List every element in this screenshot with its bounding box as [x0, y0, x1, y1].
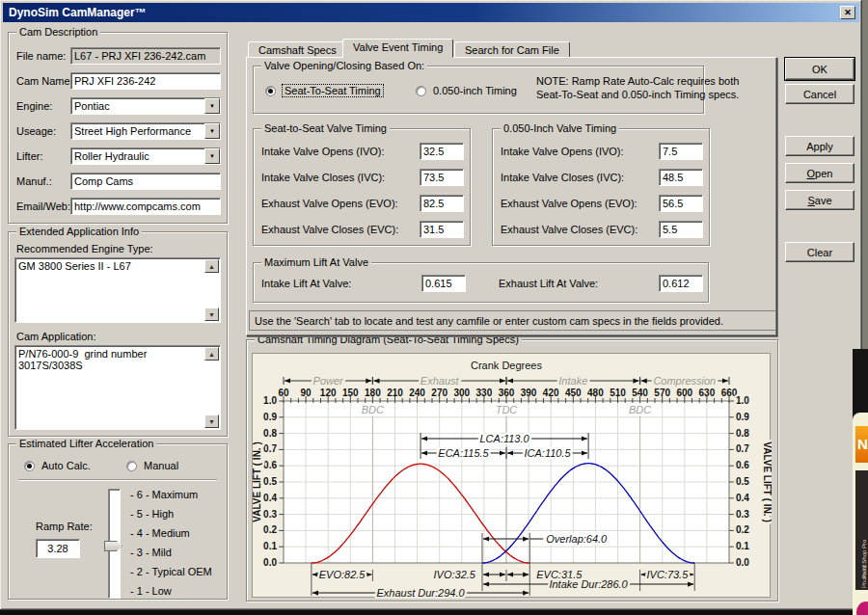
inch-timing-radio[interactable] [416, 86, 426, 96]
svg-text:LCA:113.0: LCA:113.0 [479, 433, 529, 444]
file-name-label: File name: [16, 50, 66, 62]
chevron-down-icon[interactable]: ▼ [204, 123, 220, 139]
row-label: Exhaust Valve Closes (EVC): [261, 224, 398, 235]
svg-text:0.9: 0.9 [736, 412, 749, 422]
row-label: Exhaust Valve Opens (EVO): [501, 198, 637, 209]
svg-text:EVO:82.5: EVO:82.5 [319, 569, 366, 580]
svg-text:0.5: 0.5 [263, 476, 277, 487]
scroll-up-icon[interactable]: ▲ [204, 259, 219, 273]
chevron-down-icon[interactable]: ▼ [204, 148, 220, 164]
manuf-field[interactable] [70, 173, 221, 190]
ok-button[interactable]: OK [785, 58, 854, 80]
intake-lift-label: Intake Lift At Valve: [261, 278, 351, 289]
cam-application-textarea[interactable]: P/N76-000-9 grind number 3017S/3038S ▲ ▼ [14, 345, 221, 430]
timing-chart: Crank DegreesPowerExhaustIntakeCompressi… [253, 354, 772, 599]
valve-basis-group: Valve Opening/Closing Based On: Seat-To-… [253, 66, 704, 114]
ramp-rate-value: 3.28 [36, 539, 80, 558]
tab-valve-event-timing[interactable]: Valve Event Timing [342, 39, 453, 58]
scroll-down-icon[interactable]: ▼ [204, 414, 219, 428]
lifter-accel-group: Estimated Lifter Acceleration Auto Calc.… [8, 443, 228, 600]
inch-ivo-input[interactable] [659, 143, 703, 160]
seat-ivc-input[interactable] [420, 169, 464, 186]
seat-timing-group: Seat-to-Seat Valve Timing Intake Valve O… [253, 128, 471, 246]
svg-text:0.1: 0.1 [736, 541, 749, 551]
chevron-down-icon[interactable]: ▼ [204, 98, 220, 114]
inch-ivc-input[interactable] [659, 169, 703, 186]
svg-text:VALVE LIFT ( IN. ): VALVE LIFT ( IN. ) [253, 441, 262, 522]
seat-evo-input[interactable] [420, 195, 464, 212]
svg-text:ICA:110.5: ICA:110.5 [524, 447, 571, 459]
row-label: Intake Valve Opens (IVO): [261, 146, 385, 157]
svg-text:Exhaust: Exhaust [420, 375, 460, 387]
useage-combo[interactable]: Street High Performance ▼ [70, 122, 221, 140]
svg-text:0.1: 0.1 [263, 541, 277, 551]
svg-text:VALVE LIFT ( IN. ): VALVE LIFT ( IN. ) [762, 441, 772, 522]
svg-text:0.7: 0.7 [263, 443, 277, 454]
auto-calc-radio[interactable] [24, 461, 35, 471]
manuf-label: Manuf.: [16, 175, 52, 187]
desktop-background-strip [862, 0, 868, 352]
save-button[interactable]: Save [785, 190, 854, 210]
search-hint-bar: Use the 'Search' tab to locate and test … [249, 310, 776, 331]
engine-value: Pontiac [74, 100, 110, 112]
tab-camshaft-specs[interactable]: Camshaft Specs [248, 41, 347, 58]
manual-label: Manual [144, 460, 178, 471]
manual-radio[interactable] [126, 461, 137, 471]
row-label: Intake Valve Closes (IVC): [261, 172, 385, 183]
background-banner: N [855, 426, 868, 463]
max-lift-group: Maximum Lift At Valve Intake Lift At Val… [253, 262, 709, 303]
cam-name-field[interactable] [70, 72, 221, 90]
engine-combo[interactable]: Pontiac ▼ [70, 97, 221, 115]
exhaust-lift-label: Exhaust Lift At Valve: [499, 278, 598, 289]
inch-evc-input[interactable] [659, 221, 703, 238]
ramp-rate-label: Ramp Rate: [36, 521, 93, 532]
extended-info-group: Extended Application Info Recommended En… [8, 231, 228, 437]
seat-to-seat-label[interactable]: Seat-To-Seat Timing [283, 85, 383, 96]
scroll-down-icon[interactable]: ▼ [204, 308, 219, 321]
group-title: Extended Application Info [16, 226, 142, 237]
scale-label-1: - 1 - Low [130, 585, 172, 597]
row-label: Intake Valve Opens (IVO): [501, 146, 624, 157]
tab-search-for-cam-file[interactable]: Search for Cam File [454, 41, 570, 58]
useage-value: Street High Performance [74, 125, 191, 137]
svg-text:TDC: TDC [496, 404, 518, 415]
svg-text:1.0: 1.0 [736, 395, 749, 406]
email-web-label: Email/Web: [16, 201, 70, 212]
close-button[interactable]: ✕ [840, 6, 855, 19]
screen: DynoSim CamManager™ ✕ Cam Description Fi… [0, 0, 868, 615]
svg-text:Overlap:64.0: Overlap:64.0 [546, 533, 608, 545]
separator [18, 479, 217, 481]
scroll-up-icon[interactable]: ▲ [204, 347, 219, 361]
open-button[interactable]: Open [785, 163, 854, 183]
row-label: Exhaust Valve Closes (EVC): [501, 224, 637, 235]
svg-text:0.5: 0.5 [736, 476, 749, 487]
svg-text:0.3: 0.3 [736, 509, 749, 520]
title-bar[interactable]: DynoSim CamManager™ ✕ [3, 3, 859, 22]
seat-ivo-input[interactable] [420, 143, 464, 160]
group-title: 0.050-Inch Valve Timing [501, 122, 619, 134]
apply-button[interactable]: Apply [785, 136, 854, 156]
svg-text:BDC: BDC [629, 404, 651, 415]
scale-label-6: - 6 - Maximum [130, 489, 198, 500]
row-label: Exhaust Valve Opens (EVO): [261, 198, 398, 209]
useage-label: Useage: [16, 125, 56, 137]
svg-text:Power: Power [313, 375, 345, 387]
svg-text:Compression: Compression [653, 375, 716, 387]
seat-evc-input[interactable] [420, 221, 464, 238]
lifter-combo[interactable]: Roller Hydraulic ▼ [70, 147, 221, 165]
inch-evo-input[interactable] [659, 195, 703, 212]
cancel-button[interactable]: Cancel [785, 84, 854, 104]
scale-label-3: - 3 - Mild [130, 547, 172, 558]
email-web-field[interactable] [70, 198, 221, 215]
group-title: Valve Opening/Closing Based On: [261, 60, 427, 71]
group-title: Maximum Lift At Valve [261, 256, 371, 268]
clear-button[interactable]: Clear [785, 242, 854, 262]
svg-text:0.4: 0.4 [736, 493, 749, 503]
intake-lift-input[interactable] [421, 275, 466, 292]
exhaust-lift-input[interactable] [659, 275, 703, 292]
seat-to-seat-radio[interactable] [265, 86, 276, 96]
cam-description-group: Cam Description File name: Cam Name: Eng… [8, 32, 228, 224]
scale-label-2: - 2 - Typical OEM [130, 566, 212, 577]
engine-type-textarea[interactable]: GM 3800 Series II - L67 ▲ ▼ [14, 257, 221, 323]
svg-text:1.0: 1.0 [263, 395, 277, 406]
